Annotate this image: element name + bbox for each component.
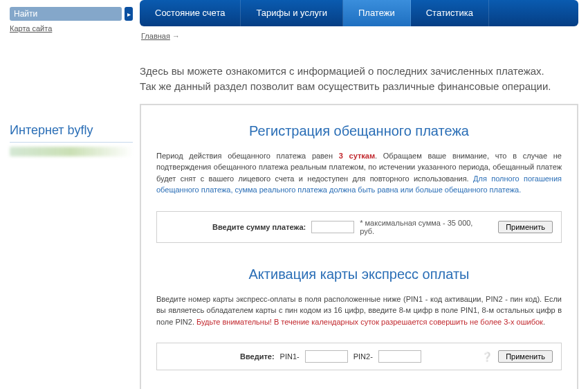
brand-decoration [10,147,133,156]
pin1-label: PIN1- [280,352,300,361]
amount-label: Введите сумму платежа: [212,223,306,231]
pin1-input[interactable] [305,350,348,363]
tab-statistics[interactable]: Статистика [411,0,489,26]
intro-line1: Здесь вы можете ознакомится с информацие… [140,64,578,79]
intro-text: Здесь вы можете ознакомится с информацие… [140,64,578,94]
max-amount-note: * максимальная сумма - 35 000, руб. [360,219,487,235]
section2-description: Введите номер карты экспресс-оплаты в по… [156,293,562,328]
section1-title: Регистрация обещанного платежа [156,123,562,139]
breadcrumb: Главная → [141,32,577,40]
tab-balance[interactable]: Состояние счета [140,0,241,26]
amount-input[interactable] [311,221,354,233]
apply-button-1[interactable]: Применить [498,221,553,233]
main-tabs: Состояние счета Тарифы и услуги Платежи … [140,0,578,26]
breadcrumb-arrow: → [170,32,180,40]
search-button[interactable]: ▸ [125,7,133,21]
arrow-right-icon: ▸ [127,10,131,18]
section2-form: Введите: PIN1- PIN2- ❔ Применить [156,343,562,370]
tab-tariffs[interactable]: Тарифы и услуги [241,0,343,26]
sitemap-link[interactable]: Карта сайта [10,24,52,33]
tab-payments[interactable]: Платежи [343,0,411,26]
search-input[interactable] [10,7,122,21]
enter-label: Введите: [240,352,275,361]
pin2-label: PIN2- [353,352,373,361]
breadcrumb-home[interactable]: Главная [141,32,170,40]
section1-description: Период действия обещанного платежа равен… [156,150,562,196]
intro-line2: Так же данный раздел позволит вам осущес… [140,79,578,94]
content-panel: Регистрация обещанного платежа Период де… [140,104,578,390]
section1-form: Введите сумму платежа: * максимальная су… [156,211,562,243]
apply-button-2[interactable]: Применить [498,350,553,363]
section2-title: Активация карты экспресс оплаты [156,266,562,282]
help-icon[interactable]: ❔ [481,352,493,362]
pin2-input[interactable] [378,350,421,363]
brand-title: Интернет byfly [10,123,133,143]
